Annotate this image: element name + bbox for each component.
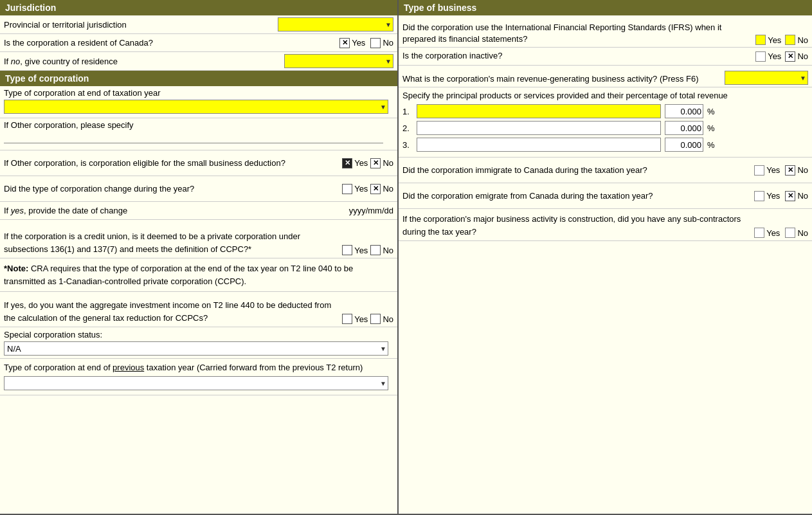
product-3-pct-value: 0.000 xyxy=(680,140,701,150)
inactive-yes-item: Yes xyxy=(755,51,781,62)
small-biz-yes-checkbox[interactable] xyxy=(342,158,352,168)
construction-yes-item: Yes xyxy=(754,228,780,238)
credit-union-no-item: No xyxy=(370,245,393,255)
immigrate-yes-checkbox[interactable] xyxy=(754,165,764,176)
immigrate-label: Did the corporation immigrate to Canada … xyxy=(402,164,754,177)
emigrate-yes-checkbox[interactable] xyxy=(754,191,764,201)
product-row-1: 1. 0.000 % xyxy=(402,104,808,118)
corp-type-dropdown[interactable]: ▼ xyxy=(4,100,388,114)
construction-row: If the corporation's major business acti… xyxy=(399,209,812,241)
emigrate-no-label: No xyxy=(797,191,808,201)
prev-year-section: Type of corporation at end of previous t… xyxy=(0,359,397,395)
ifrs-yes-item: Yes xyxy=(755,35,781,45)
corp-type-arrow: ▼ xyxy=(380,104,386,111)
prev-year-input[interactable]: ▼ xyxy=(4,376,388,390)
special-status-label: Special corporation status: xyxy=(4,330,393,339)
inactive-no-item: No xyxy=(785,51,808,62)
product-2-input[interactable] xyxy=(417,121,661,135)
country-dropdown-arrow: ▼ xyxy=(385,58,392,65)
resident-yn-group: Yes No xyxy=(339,38,393,48)
aggregate-yes-checkbox[interactable] xyxy=(342,314,352,324)
aggregate-yes-item: Yes xyxy=(342,314,368,324)
aggregate-row: If yes, do you want the aggregate invest… xyxy=(0,292,397,327)
product-2-num: 2. xyxy=(402,123,413,133)
corp-change-yes-item: Yes xyxy=(342,184,368,194)
country-label: If no, give country of residence xyxy=(4,57,284,66)
corp-change-label: Did the type of corporation change durin… xyxy=(4,183,342,195)
country-row: If no, give country of residence ▼ xyxy=(0,52,397,71)
product-3-pct-label: % xyxy=(707,140,715,150)
prov-jurisdiction-value: ▼ xyxy=(278,17,393,32)
aggregate-yes-label: Yes xyxy=(354,314,368,324)
ifrs-no-checkbox[interactable] xyxy=(785,35,795,45)
construction-yes-checkbox[interactable] xyxy=(754,228,764,238)
main-activity-row: What is the corporation's main revenue-g… xyxy=(399,66,812,87)
immigrate-no-checkbox[interactable] xyxy=(785,165,795,176)
credit-union-yes-label: Yes xyxy=(354,246,368,255)
resident-label: Is the corporation a resident of Canada? xyxy=(4,38,339,48)
product-1-pct[interactable]: 0.000 xyxy=(665,104,703,118)
aggregate-label: If yes, do you want the aggregate invest… xyxy=(4,299,342,324)
product-3-num: 3. xyxy=(402,140,413,150)
product-3-input[interactable] xyxy=(417,138,661,152)
note-bold: *Note: xyxy=(4,264,28,273)
type-of-business-header: Type of business xyxy=(399,0,812,15)
main-activity-arrow: ▼ xyxy=(800,75,806,82)
date-placeholder: yyyy/mm/dd xyxy=(349,206,393,215)
prov-jurisdiction-input[interactable]: ▼ xyxy=(278,17,393,32)
inactive-yes-checkbox[interactable] xyxy=(755,51,766,62)
construction-no-item: No xyxy=(785,228,808,238)
corp-type-input-wrapper: ▼ xyxy=(4,100,383,116)
corp-change-yes-checkbox[interactable] xyxy=(342,184,352,194)
resident-yes-checkbox[interactable] xyxy=(339,38,350,48)
resident-yes-label: Yes xyxy=(352,38,365,48)
resident-no-label: No xyxy=(383,38,393,48)
note-row: *Note: CRA requires that the type of cor… xyxy=(0,258,397,292)
credit-union-yes-checkbox[interactable] xyxy=(342,245,352,255)
country-value: ▼ xyxy=(284,54,393,68)
country-input[interactable]: ▼ xyxy=(284,54,393,68)
jurisdiction-header: Jurisdiction xyxy=(0,0,397,15)
aggregate-no-label: No xyxy=(383,314,393,324)
emigrate-yn: Yes No xyxy=(754,191,808,201)
product-3-pct[interactable]: 0.000 xyxy=(665,138,703,152)
immigrate-yes-item: Yes xyxy=(754,165,780,176)
inactive-no-label: No xyxy=(797,51,808,61)
immigrate-no-label: No xyxy=(797,165,808,175)
emigrate-row: Did the corporation emigrate from Canada… xyxy=(399,183,812,209)
prev-year-arrow: ▼ xyxy=(380,379,386,386)
credit-union-no-label: No xyxy=(383,246,393,255)
aggregate-no-checkbox[interactable] xyxy=(370,314,381,324)
construction-no-checkbox[interactable] xyxy=(785,228,795,238)
emigrate-no-checkbox[interactable] xyxy=(785,191,795,201)
small-biz-yes-item: Yes xyxy=(342,158,368,168)
emigrate-no-item: No xyxy=(785,191,808,201)
product-2-pct-value: 0.000 xyxy=(680,123,701,133)
product-row-3: 3. 0.000 % xyxy=(402,138,808,152)
corp-change-no-checkbox[interactable] xyxy=(370,184,381,194)
special-status-input[interactable]: N/A ▼ xyxy=(4,341,388,356)
product-1-input[interactable] xyxy=(417,104,661,118)
resident-no-checkbox[interactable] xyxy=(370,38,381,48)
small-biz-no-checkbox[interactable] xyxy=(370,158,381,168)
resident-yes-item: Yes xyxy=(339,38,365,48)
prov-jurisdiction-row: Provincial or territorial jurisdiction ▼ xyxy=(0,15,397,34)
immigrate-no-item: No xyxy=(785,165,808,176)
main-activity-label: What is the corporation's main revenue-g… xyxy=(402,73,725,85)
main-activity-input[interactable]: ▼ xyxy=(725,71,808,85)
immigrate-yes-label: Yes xyxy=(766,165,780,175)
jurisdiction-title: Jurisdiction xyxy=(5,3,56,13)
small-biz-yn: Yes No xyxy=(342,158,393,168)
products-title: Specify the principal products or servic… xyxy=(402,90,808,102)
product-2-pct[interactable]: 0.000 xyxy=(665,121,703,135)
resident-no-item: No xyxy=(370,38,393,48)
inactive-no-checkbox[interactable] xyxy=(785,51,795,62)
ifrs-yes-checkbox[interactable] xyxy=(755,35,766,45)
other-corp-input[interactable] xyxy=(4,132,383,143)
emigrate-yes-label: Yes xyxy=(766,191,780,201)
aggregate-no-item: No xyxy=(370,314,393,324)
emigrate-label: Did the corporation emigrate from Canada… xyxy=(402,190,754,203)
credit-union-yn: Yes No xyxy=(342,245,393,255)
immigrate-row: Did the corporation immigrate to Canada … xyxy=(399,158,812,183)
credit-union-no-checkbox[interactable] xyxy=(370,245,381,255)
